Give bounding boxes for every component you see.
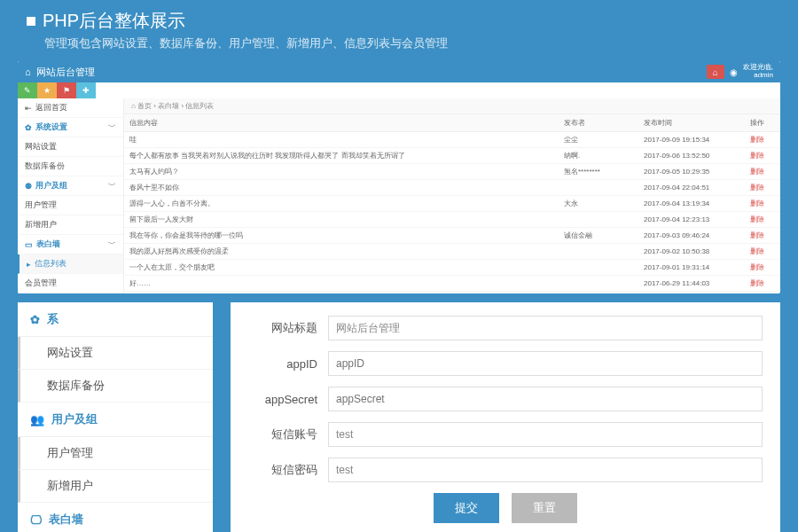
chevron-down-icon: ﹀ (108, 121, 116, 133)
delete-link[interactable]: 删除 (745, 132, 780, 148)
sidebar-item-site-settings[interactable]: 网站设置 (18, 137, 123, 157)
input-appsecret[interactable] (328, 387, 763, 411)
cell-content: 留下最后一人发大财 (124, 212, 559, 228)
cell-date: 2017-09-09 19:15:34 (638, 132, 745, 148)
delete-link[interactable]: 删除 (745, 228, 780, 244)
col-author: 发布者 (559, 114, 638, 132)
sidebar2-group-system[interactable]: ✿系 (18, 302, 213, 337)
table-row: 每个人都有故事 当我哭着对别人说我的往历时 我发现听得人都哭了 而我却笑着无所谓… (124, 148, 780, 164)
cell-date: 2017-09-04 12:23:13 (638, 212, 745, 228)
sidebar-item-user-mgmt[interactable]: 用户管理 (18, 196, 123, 215)
delete-link[interactable]: 删除 (745, 260, 780, 276)
sidebar-group-users[interactable]: ⚉用户及组﹀ (18, 176, 123, 196)
input-appid[interactable] (328, 351, 763, 376)
triangle-icon: ▸ (27, 260, 31, 269)
cell-author: 大永 (559, 196, 638, 212)
sidebar2-group-users[interactable]: 👥用户及组 (18, 403, 213, 437)
label-appsecret: appSecret (248, 393, 328, 406)
label-sms-password: 短信密码 (248, 462, 328, 478)
brand[interactable]: 网站后台管理 (36, 66, 95, 79)
input-sms-password[interactable] (328, 458, 763, 482)
input-site-title[interactable] (328, 316, 763, 340)
sidebar-item-db-backup[interactable]: 数据库备份 (18, 157, 123, 176)
cell-content: 春风十里不如你 (124, 180, 559, 196)
delete-link[interactable]: 删除 (745, 148, 780, 164)
col-date: 发布时间 (638, 114, 745, 132)
reset-button[interactable]: 重置 (512, 493, 577, 523)
sidebar-group-system[interactable]: ✿系统设置﹀ (18, 118, 123, 137)
col-action: 操作 (745, 114, 780, 132)
sidebar-item-add-user[interactable]: 新增用户 (18, 215, 123, 235)
toolbar-btn-4[interactable]: ✚ (76, 82, 96, 98)
toolbar-btn-3[interactable]: ⚑ (57, 82, 76, 98)
table-row: 源得一人心，白首不分离。大永2017-09-04 13:19:34删除 (124, 196, 780, 212)
info-table: 信息内容 发布者 发布时间 操作 哇尘尘2017-09-09 19:15:34删… (124, 114, 780, 292)
cell-content: 每个人都有故事 当我哭着对别人说我的往历时 我发现听得人都哭了 而我却笑着无所谓… (124, 148, 559, 164)
sidebar2-item-db-backup[interactable]: 数据库备份 (18, 370, 213, 403)
cell-content: 一个人在太原，交个朋友吧 (124, 260, 559, 276)
cell-content: 我的愿人好想再次感受你的温柔 (124, 244, 559, 260)
cell-author: 诚信金融 (559, 228, 638, 244)
monitor-icon: 🖵 (30, 513, 42, 527)
cell-author: 尘尘 (559, 132, 638, 148)
page-subtitle: 管理项包含网站设置、数据库备份、用户管理、新增用户、信息列表与会员管理 (44, 35, 771, 51)
table-row: 好……2017-06-29 11:44:03删除 (124, 276, 780, 292)
sidebar2-group-wall[interactable]: 🖵表白墙 (18, 503, 213, 532)
avatar-icon[interactable]: ◉ (730, 67, 738, 77)
cell-date: 2017-09-01 19:31:14 (638, 260, 745, 276)
table-row: 我的愿人好想再次感受你的温柔2017-09-02 10:50:38删除 (124, 244, 780, 260)
home-icon[interactable]: ⌂ (25, 66, 31, 77)
cell-content: 哇 (124, 132, 559, 148)
table-row: 一个人在太原，交个朋友吧2017-09-01 19:31:14删除 (124, 260, 780, 276)
delete-link[interactable]: 删除 (745, 196, 780, 212)
cell-author: 無名******** (559, 164, 638, 180)
cell-date: 2017-09-02 10:50:38 (638, 244, 745, 260)
cell-date: 2017-09-03 09:46:24 (638, 228, 745, 244)
submit-button[interactable]: 提交 (434, 493, 499, 523)
cell-author (559, 212, 638, 228)
cell-date: 2017-09-04 22:04:51 (638, 180, 745, 196)
sidebar-group-wall[interactable]: ▭表白墙﹀ (18, 235, 123, 254)
title-text: PHP后台整体展示 (43, 9, 185, 33)
sidebar-large: ✿系 网站设置 数据库备份 👥用户及组 用户管理 新增用户 🖵表白墙 ▸信息列表… (18, 302, 213, 532)
users-icon: 👥 (30, 413, 44, 426)
table-row: 哇尘尘2017-09-09 19:15:34删除 (124, 132, 780, 148)
chevron-down-icon: ﹀ (108, 180, 116, 192)
toolbar-btn-1[interactable]: ✎ (18, 82, 37, 98)
label-sms-account: 短信账号 (248, 426, 328, 442)
notification-button[interactable]: ⌂ (707, 65, 724, 79)
cell-date: 2017-09-05 10:29:35 (638, 164, 745, 180)
sidebar-back[interactable]: ⇤返回首页 (18, 98, 123, 118)
sidebar2-item-add-user[interactable]: 新增用户 (18, 470, 213, 503)
cell-date: 2017-06-29 11:44:03 (638, 276, 745, 292)
gear-icon: ✿ (25, 123, 32, 132)
back-icon: ⇤ (25, 104, 32, 113)
cell-author (559, 244, 638, 260)
page-title: PHP后台整体展示 (27, 9, 771, 33)
delete-link[interactable]: 删除 (745, 164, 780, 180)
sidebar2-item-user-mgmt[interactable]: 用户管理 (18, 437, 213, 470)
sidebar: ⇤返回首页 ✿系统设置﹀ 网站设置 数据库备份 ⚉用户及组﹀ 用户管理 新增用户… (18, 98, 124, 293)
sidebar-item-member-mgmt[interactable]: 会员管理 (18, 274, 123, 293)
delete-link[interactable]: 删除 (745, 276, 780, 292)
delete-link[interactable]: 删除 (745, 180, 780, 196)
square-icon (27, 17, 35, 26)
delete-link[interactable]: 删除 (745, 244, 780, 260)
cell-content: 我在等你，你会是我等待的哪一位吗 (124, 228, 559, 244)
cell-author (559, 180, 638, 196)
topbar: ⌂ 网站后台管理 ⌂ ◉ 欢迎光临, admin (18, 61, 780, 82)
username: admin (743, 72, 773, 80)
sidebar2-item-site-settings[interactable]: 网站设置 (18, 337, 213, 370)
cell-content: 太马有人约吗？ (124, 164, 559, 180)
breadcrumb: ⌂ 首页 › 表白墙 › 信息列表 (124, 98, 780, 114)
input-sms-account[interactable] (328, 422, 763, 447)
toolbar: ✎ ★ ⚑ ✚ (18, 82, 780, 98)
toolbar-btn-2[interactable]: ★ (37, 82, 57, 98)
users-icon: ⚉ (25, 182, 32, 191)
cell-author (559, 260, 638, 276)
sidebar-item-info-list[interactable]: ▸信息列表 (18, 254, 123, 274)
user-box[interactable]: 欢迎光临, admin (743, 64, 773, 80)
cell-author: 纳啊. (559, 148, 638, 164)
admin-panel-preview: ⌂ 网站后台管理 ⌂ ◉ 欢迎光临, admin ✎ ★ ⚑ ✚ ⇤返回首页 ✿… (18, 61, 780, 293)
delete-link[interactable]: 删除 (745, 212, 780, 228)
